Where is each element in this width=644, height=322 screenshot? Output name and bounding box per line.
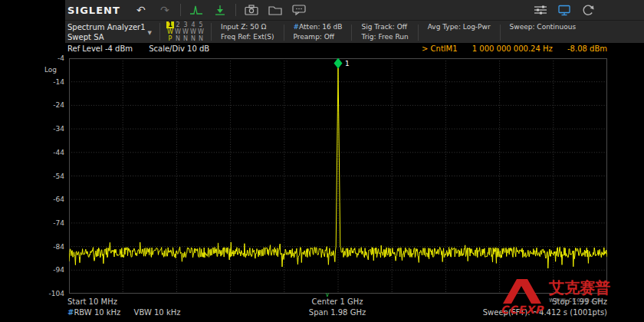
spectrum-display[interactable]: 1 xyxy=(69,58,607,294)
y-tick-label: -34 xyxy=(35,124,64,133)
field-divider xyxy=(500,25,501,41)
trace-cell[interactable]: W xyxy=(197,28,205,35)
trace-cell[interactable]: N xyxy=(174,35,182,42)
trace-cell[interactable]: N xyxy=(189,35,197,42)
y-tick-label: -24 xyxy=(35,100,64,110)
y-tick-label: -4 xyxy=(35,54,64,63)
trace-cell[interactable]: 2 xyxy=(174,21,182,28)
chevron-down-icon: ▼ xyxy=(148,30,152,36)
peak-search-icon[interactable] xyxy=(212,3,228,17)
auto-tune-icon[interactable] xyxy=(188,3,205,17)
redo-icon[interactable]: ↷ xyxy=(156,3,173,17)
y-tick-label: -64 xyxy=(35,195,64,204)
trace-status[interactable]: 12345WWWWWPNNNN xyxy=(164,21,207,43)
y-tick-label: -14 xyxy=(35,77,64,87)
field-divider xyxy=(418,25,419,41)
toolbar-divider xyxy=(235,4,236,16)
trace-cell[interactable]: W xyxy=(174,28,182,35)
spectrum-plot-svg: 1 xyxy=(69,58,607,294)
settings-fields: Input Z: 50 ΩFreq Ref: Ext(S)#Atten: 16 … xyxy=(215,21,581,43)
mode-title: Spectrum Analyzer1 xyxy=(67,22,156,32)
marker-number-label: 1 xyxy=(345,60,350,67)
brand-logo: SIGLENT xyxy=(67,5,120,16)
watermark-subtitle: www.ccexp.cn xyxy=(549,297,610,304)
watermark-brand: CCEXP xyxy=(501,304,544,316)
trace-cell[interactable]: 3 xyxy=(182,21,189,28)
y-tick-label: -54 xyxy=(35,172,64,181)
y-tick-label: -104 xyxy=(35,289,64,298)
message-icon[interactable] xyxy=(291,3,307,17)
toolbar-divider xyxy=(180,4,181,16)
y-tick-label: -74 xyxy=(35,219,64,228)
trace-cell[interactable]: W xyxy=(189,28,197,35)
rbw-value[interactable]: #RBW 10 kHz xyxy=(67,308,120,317)
divider xyxy=(211,23,212,41)
setting-field[interactable]: Avg Type: Log-Pwr xyxy=(422,22,496,43)
watermark: CCEXP 艾克赛普 www.ccexp.cn xyxy=(501,278,610,316)
marker-diamond-icon[interactable] xyxy=(334,58,343,69)
field-divider xyxy=(351,25,352,41)
y-tick-label: -84 xyxy=(35,242,64,251)
preset-recall-icon[interactable] xyxy=(580,3,596,17)
setting-field[interactable]: #Atten: 16 dBPreamp: Off xyxy=(288,22,348,43)
field-divider xyxy=(284,25,284,41)
marker-frequency: 1 000 000 000.24 Hz xyxy=(472,44,553,53)
undo-icon[interactable]: ↶ xyxy=(133,3,150,17)
channel-list-icon[interactable] xyxy=(532,3,549,17)
trace-cell[interactable]: W xyxy=(182,28,189,35)
divider xyxy=(159,23,160,41)
trace-cell[interactable]: 5 xyxy=(197,21,205,28)
spectrum-trace xyxy=(69,68,607,268)
setting-field[interactable]: Sweep: Continuous xyxy=(504,22,582,43)
mode-subtitle: Swept SA xyxy=(67,32,156,42)
scale-div-value[interactable]: Scale/Div 10 dB xyxy=(149,44,209,53)
center-frequency[interactable]: Center 1 GHz xyxy=(312,297,363,306)
screenshot-camera-icon[interactable] xyxy=(243,3,260,17)
setting-field[interactable]: Sig Track: OffTrig: Free Run xyxy=(356,22,413,43)
y-axis-mode-label: Log xyxy=(44,66,57,74)
span-value[interactable]: Span 1.98 GHz xyxy=(309,308,366,317)
mode-selector[interactable]: Spectrum Analyzer1 Swept SA ▼ xyxy=(65,21,156,43)
toolbar: SIGLENT ↶ ↷ xyxy=(65,0,644,20)
trace-cell[interactable]: N xyxy=(197,35,205,42)
marker-readout: > CntlM1 1 000 000 000.24 Hz -8.08 dBm xyxy=(409,44,607,53)
spectrum-analyzer-screen: SIGLENT ↶ ↷ Spectrum xyxy=(0,0,644,322)
ccexp-logo-icon xyxy=(502,278,542,304)
marker-source: > CntlM1 xyxy=(422,44,458,53)
setting-field[interactable]: Input Z: 50 ΩFreq Ref: Ext(S) xyxy=(215,22,280,43)
trace-cell[interactable]: P xyxy=(166,35,174,42)
mode-bar: Spectrum Analyzer1 Swept SA ▼ 12345WWWWW… xyxy=(65,20,644,43)
trace-cell[interactable]: N xyxy=(182,35,189,42)
y-tick-label: -44 xyxy=(35,148,64,157)
ref-row: Ref Level -4 dBm Scale/Div 10 dB > CntlM… xyxy=(67,44,607,53)
trace-cell[interactable]: 4 xyxy=(189,21,197,28)
ref-level-value[interactable]: Ref Level -4 dBm xyxy=(67,44,133,53)
trace-cell[interactable]: 1 xyxy=(166,21,174,28)
vbw-value[interactable]: VBW 10 kHz xyxy=(134,308,181,317)
watermark-title: 艾克赛普 xyxy=(549,278,610,297)
marker-amplitude: -8.08 dBm xyxy=(567,44,607,53)
remote-network-icon[interactable] xyxy=(556,3,573,17)
trace-cell[interactable]: W xyxy=(166,28,174,35)
file-folder-icon[interactable] xyxy=(267,3,284,17)
y-tick-label: -94 xyxy=(35,265,64,274)
start-frequency[interactable]: Start 10 MHz xyxy=(67,297,117,306)
